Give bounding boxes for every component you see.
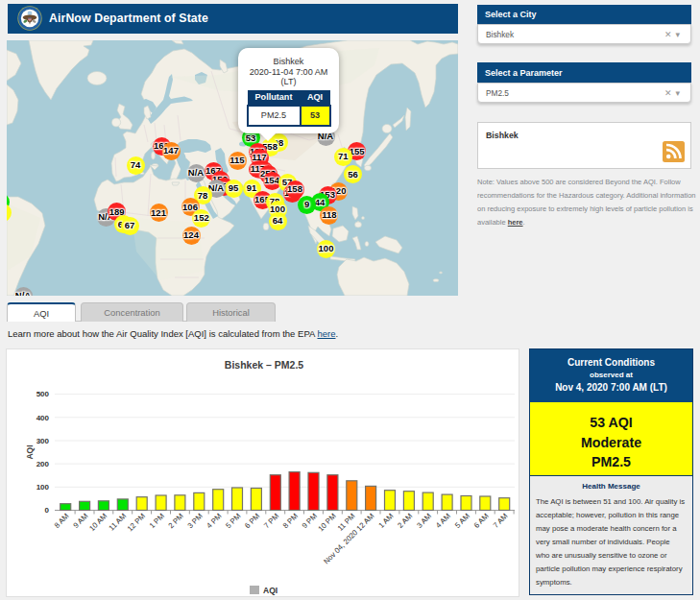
svg-text:1 PM: 1 PM	[148, 512, 166, 530]
svg-text:1 AM: 1 AM	[376, 512, 395, 530]
svg-text:0: 0	[45, 506, 50, 515]
svg-text:4 PM: 4 PM	[205, 512, 223, 530]
svg-text:3 PM: 3 PM	[185, 512, 204, 530]
svg-text:11 AM: 11 AM	[108, 512, 129, 533]
svg-text:7 PM: 7 PM	[262, 512, 280, 530]
svg-text:8 PM: 8 PM	[281, 512, 300, 530]
svg-text:4 AM: 4 AM	[434, 512, 452, 530]
svg-text:200: 200	[36, 460, 50, 468]
svg-text:2 AM: 2 AM	[396, 512, 414, 530]
svg-text:6 AM: 6 AM	[472, 512, 491, 530]
svg-text:5 PM: 5 PM	[224, 512, 242, 530]
svg-text:7 AM: 7 AM	[492, 512, 510, 530]
svg-text:2 PM: 2 PM	[167, 512, 185, 530]
svg-text:300: 300	[36, 437, 50, 445]
svg-text:400: 400	[36, 414, 50, 422]
svg-text:10 AM: 10 AM	[87, 512, 109, 533]
svg-text:3 AM: 3 AM	[415, 512, 433, 530]
svg-text:AQI: AQI	[263, 586, 278, 595]
svg-text:5 AM: 5 AM	[453, 512, 471, 530]
svg-text:100: 100	[36, 483, 50, 492]
svg-text:6 PM: 6 PM	[243, 512, 261, 530]
svg-text:12 PM: 12 PM	[126, 512, 147, 533]
svg-text:500: 500	[36, 390, 50, 398]
svg-text:Bishkek – PM2.5: Bishkek – PM2.5	[225, 359, 303, 371]
svg-text:AQI: AQI	[25, 444, 35, 459]
svg-text:8 AM: 8 AM	[53, 512, 71, 530]
svg-text:10 PM: 10 PM	[317, 512, 338, 533]
